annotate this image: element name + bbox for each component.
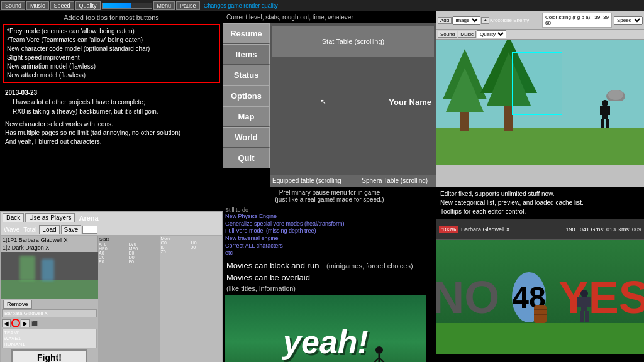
yeah-text: yeah! — [283, 323, 369, 361]
changelog-item-1: *Prey mode (enemies can 'allow' being ea… — [7, 27, 216, 36]
status-button[interactable]: Status — [223, 65, 270, 85]
editor-note: Editor fixed, supports unlimited stuff n… — [436, 187, 644, 219]
options-button[interactable]: Options — [223, 85, 270, 106]
pause-buttons: Resume Items Status Options Map World Qu… — [223, 23, 270, 187]
game-character-icon — [597, 99, 613, 131]
obj-name-field: Krocoidile Enemy — [490, 18, 540, 23]
movies-text3: Movies can be overlaid — [226, 273, 433, 282]
todo-item-6: etc — [225, 250, 434, 257]
middle-panel: Current level, stats, rough out, time, w… — [223, 11, 436, 362]
quality-slider[interactable] — [102, 3, 152, 9]
items-button[interactable]: Items — [223, 44, 270, 65]
speed-select[interactable]: Speed — [614, 16, 643, 25]
arena-main: 1|1P1 Barbara Gladwell X 1|2 Dark Dragon… — [1, 236, 222, 362]
stat-h0: H0 — [191, 241, 221, 245]
image-select[interactable]: Image — [452, 16, 480, 25]
char-circle-indicator — [11, 319, 20, 327]
changelog-item-5: New animation model (flawless) — [7, 62, 216, 71]
editor-note1: Editor fixed, supports unlimited stuff n… — [440, 190, 640, 199]
char-extra: ⬛ — [31, 321, 38, 326]
use-as-players-button[interactable]: Use as Players — [25, 213, 75, 222]
team1-label: TEAM1 — [4, 330, 95, 336]
save-num: 88 — [82, 226, 97, 234]
stat-d0: D0 — [129, 255, 159, 260]
world-button[interactable]: World — [223, 127, 270, 148]
movies-sub1: (minigames, forced choices) — [326, 262, 413, 270]
wave-label: Wave — [4, 226, 19, 233]
back-button[interactable]: Back — [3, 213, 24, 222]
changelog-item-4: Slight speed improvement — [7, 53, 216, 62]
music-button[interactable]: Music — [26, 1, 49, 10]
stat-e0: E0 — [99, 260, 129, 264]
stat-j0: J0 — [191, 245, 221, 250]
pause-button[interactable]: Pause — [176, 1, 200, 10]
svg-rect-14 — [600, 106, 603, 115]
load-button[interactable]: Load — [39, 225, 59, 234]
quit-button[interactable]: Quit — [223, 148, 270, 168]
stat-table-box: Stat Table (scrolling) — [272, 26, 434, 57]
svg-rect-24 — [580, 311, 584, 322]
svg-rect-23 — [587, 297, 591, 307]
movies-text1: Movies can block and run (minigames, for… — [226, 261, 433, 270]
yes-text: YES — [558, 272, 644, 323]
barrel-icon — [531, 302, 550, 324]
left-panel: Added tooltips for most buttons *Prey mo… — [0, 11, 223, 362]
music-btn[interactable]: Music — [458, 31, 476, 38]
map-button[interactable]: Map — [223, 106, 270, 127]
player-item-2: 1|2 Dark Dragon X — [1, 244, 97, 251]
pause-menu-header: Current level, stats, rough out, time, w… — [223, 11, 436, 23]
arena-panel: Back Use as Players Arena Wave Total Loa… — [0, 211, 223, 362]
hud-numbers: 190 041 Grns: 013 Rms: 009 — [565, 226, 641, 233]
svg-point-0 — [375, 346, 383, 354]
right-panel: Add Image + Krocoidile Enemy Color strin… — [436, 11, 644, 362]
movies-section: Movies can block and run (minigames, for… — [223, 258, 436, 295]
save-button[interactable]: Save — [61, 225, 82, 234]
speed-button[interactable]: Speed — [50, 1, 74, 10]
todo-item-4: New traversal engine — [225, 235, 434, 243]
rock2-icon — [606, 89, 625, 101]
todo-item-5: Correct ALL characters — [225, 243, 434, 250]
sphera-box: Sphera Table (scrolling) — [353, 175, 437, 187]
todo-item-1: New Physics Engine — [225, 213, 434, 221]
stickfigure-icon — [370, 345, 389, 362]
todo-title: Still to do — [225, 207, 434, 213]
stat-hp0: HP0 — [99, 246, 129, 251]
total-label: Total — [23, 226, 36, 233]
stat-g0: G0 — [161, 241, 191, 245]
menu-button[interactable]: Menu — [153, 1, 175, 10]
remove-button[interactable]: Remove — [3, 300, 32, 309]
character-note: New character select works with icons. H… — [0, 118, 223, 149]
stat-b0: B0 — [129, 251, 159, 255]
scene-character-icon — [575, 288, 594, 326]
movies-sub2: (like titles, information) — [226, 285, 433, 292]
date-note2: RX8 is taking a (heavy) backburner, but … — [13, 107, 218, 116]
stat-mp0: MP0 — [129, 246, 159, 251]
changelog-title: Added tooltips for most buttons — [0, 11, 223, 23]
svg-rect-15 — [607, 106, 610, 115]
date: 2013-03-23 — [5, 88, 218, 97]
equipped-box: Equipped table (scrolling — [270, 175, 353, 187]
char-note2: Has multiple pages so no limit (tad anno… — [5, 129, 218, 138]
date-section: 2013-03-23 I have a lot of other project… — [0, 84, 223, 118]
svg-rect-25 — [585, 311, 589, 322]
resume-button[interactable]: Resume — [223, 23, 270, 44]
svg-rect-22 — [577, 297, 582, 307]
changelog-item-2: *Team Vore (Teammates can 'allow' being … — [7, 36, 216, 45]
sound-button[interactable]: Sound — [1, 1, 25, 10]
arena-toolbar: Back Use as Players Arena — [1, 212, 222, 224]
stat-a0: A0 — [99, 251, 129, 255]
quality-button[interactable]: Quality — [75, 1, 101, 10]
fight-button[interactable]: Fight! — [11, 349, 87, 362]
prev-char-button[interactable]: ◀ — [2, 319, 11, 327]
sound-btn[interactable]: Sound — [438, 31, 457, 38]
stat-at0: AT0 — [99, 242, 129, 246]
add-button[interactable]: Add — [438, 17, 452, 24]
crosshair-button[interactable]: + — [481, 17, 489, 24]
changelog-item-3: New character code model (optional stand… — [7, 45, 216, 53]
next-char-button[interactable]: ▶ — [21, 319, 30, 327]
pause-menu-area: Resume Items Status Options Map World Qu… — [223, 23, 436, 187]
editor-note3: Tooltips for each editor control. — [440, 207, 640, 216]
quality-select[interactable]: Quality — [477, 30, 506, 38]
svg-point-20 — [580, 290, 588, 297]
game-hud-strip: 103% Barbara Gladwell X 190 041 Grns: 01… — [436, 219, 644, 240]
